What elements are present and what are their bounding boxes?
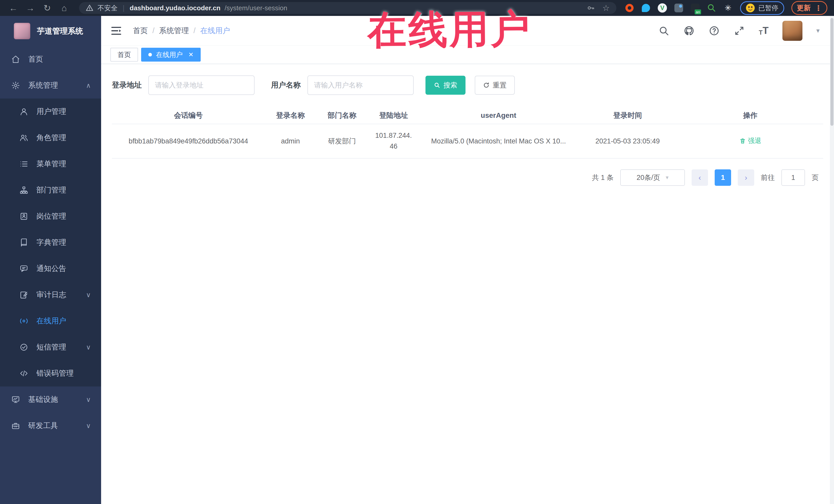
- url-path[interactable]: /system/user-session: [224, 4, 287, 12]
- ext-green-magnifier-icon[interactable]: [707, 3, 717, 13]
- home-icon[interactable]: ⌂: [58, 4, 71, 12]
- ext-blue-pin-icon[interactable]: [641, 3, 651, 13]
- users-icon: [19, 133, 29, 143]
- reset-button-label: 重置: [493, 81, 507, 90]
- col-session-id: 会话编号: [112, 111, 265, 120]
- current-page-button[interactable]: 1: [715, 169, 731, 186]
- username-label: 用户名称: [271, 80, 301, 90]
- book-icon: [19, 238, 29, 247]
- user-avatar[interactable]: [783, 21, 803, 41]
- reset-button[interactable]: 重置: [475, 76, 515, 95]
- ext-green-v-icon[interactable]: V: [657, 3, 667, 13]
- font-size-icon[interactable]: TT: [759, 25, 769, 36]
- pagination: 共 1 条 20条/页 ▾ ‹ 1 › 前往 页: [112, 169, 823, 186]
- filter-form: 登录地址 用户名称 搜索 重置: [112, 75, 823, 95]
- security-label[interactable]: 不安全: [97, 4, 117, 13]
- ext-orange-ring-icon[interactable]: [624, 3, 634, 13]
- goto-label: 前往: [761, 173, 775, 182]
- active-tab-dot: [148, 53, 152, 57]
- tab-home[interactable]: 首页: [110, 48, 138, 62]
- logo-avatar: [14, 23, 30, 39]
- sidebar-item-post-mgmt[interactable]: 岗位管理: [0, 203, 101, 229]
- sidebar-item-label: 首页: [28, 54, 43, 64]
- url-host[interactable]: dashboard.yudao.iocoder.cn: [130, 4, 220, 12]
- sidebar-item-user-mgmt[interactable]: 用户管理: [0, 98, 101, 125]
- clipboard-pen-icon: [19, 290, 29, 300]
- bookmark-star-icon[interactable]: ☆: [602, 3, 610, 13]
- sidebar-item-sms-mgmt[interactable]: 短信管理 ∨: [0, 334, 101, 360]
- sidebar-item-home[interactable]: 首页: [0, 46, 101, 72]
- chevron-down-icon: ▾: [666, 174, 668, 181]
- shield-check-icon: [19, 342, 29, 352]
- breadcrumb-separator: /: [152, 26, 154, 35]
- page-size-select[interactable]: 20条/页 ▾: [620, 169, 685, 186]
- org-tree-icon: [19, 185, 29, 195]
- sidebar-item-dept-mgmt[interactable]: 部门管理: [0, 177, 101, 203]
- github-icon[interactable]: [683, 25, 695, 37]
- search-icon[interactable]: [658, 25, 670, 37]
- table-header-row: 会话编号 登录名称 部门名称 登陆地址 userAgent 登录时间 操作: [112, 107, 823, 124]
- cell-dept-name: 研发部门: [316, 133, 368, 149]
- username-input[interactable]: [307, 75, 414, 95]
- sidebar-item-notice[interactable]: 通知公告: [0, 256, 101, 282]
- ext-an-badge-icon[interactable]: [690, 3, 700, 13]
- sidebar-item-audit-log[interactable]: 审计日志 ∨: [0, 282, 101, 308]
- next-page-button[interactable]: ›: [738, 169, 754, 186]
- sidebar-item-role-mgmt[interactable]: 角色管理: [0, 125, 101, 151]
- emoji-face-icon: [746, 4, 755, 12]
- chevron-down-icon: ∨: [86, 396, 91, 404]
- address-bar[interactable]: 不安全 | dashboard.yudao.iocoder.cn /system…: [79, 2, 616, 14]
- scrollbar-track[interactable]: [830, 16, 834, 504]
- force-logout-button[interactable]: 强退: [739, 136, 761, 145]
- login-address-input[interactable]: [148, 75, 255, 95]
- sidebar-item-error-code[interactable]: 错误码管理: [0, 360, 101, 387]
- sidebar-item-dict-mgmt[interactable]: 字典管理: [0, 229, 101, 256]
- sidebar-item-system-mgmt[interactable]: 系统管理 ∧: [0, 72, 101, 98]
- extensions-puzzle-icon[interactable]: ✳: [723, 3, 733, 13]
- main-content: 登录地址 用户名称 搜索 重置 会话编号 登录名称 部门名称 登陆地址 user…: [101, 64, 834, 504]
- forward-icon[interactable]: →: [24, 4, 37, 12]
- hamburger-icon[interactable]: [110, 25, 122, 37]
- paused-extension-button[interactable]: 已暂停: [740, 1, 784, 15]
- search-button[interactable]: 搜索: [425, 76, 465, 95]
- sidebar-item-label: 研发工具: [28, 421, 58, 431]
- breadcrumb-current[interactable]: 在线用户: [200, 26, 230, 36]
- reload-icon[interactable]: ↻: [41, 4, 54, 12]
- sidebar-item-label: 在线用户: [37, 316, 66, 326]
- trash-icon: [739, 137, 746, 144]
- scrollbar-thumb[interactable]: [830, 18, 833, 126]
- prev-page-button[interactable]: ‹: [692, 169, 708, 186]
- sidebar-item-dev-tools[interactable]: 研发工具 ∨: [0, 413, 101, 439]
- list-icon: [19, 159, 29, 169]
- sidebar-item-infrastructure[interactable]: 基础设施 ∨: [0, 387, 101, 413]
- key-icon[interactable]: [587, 4, 595, 12]
- tab-online-users[interactable]: 在线用户 ✕: [141, 48, 201, 62]
- breadcrumb: 首页 / 系统管理 / 在线用户: [133, 26, 230, 36]
- col-login-ip: 登陆地址: [368, 111, 419, 120]
- sidebar-item-label: 短信管理: [37, 342, 66, 352]
- update-label: 更新: [797, 3, 811, 13]
- chevron-down-icon: ∨: [86, 422, 91, 430]
- breadcrumb-system[interactable]: 系统管理: [159, 26, 189, 36]
- back-icon[interactable]: ←: [7, 4, 20, 12]
- fullscreen-icon[interactable]: [734, 25, 745, 37]
- force-logout-label: 强退: [748, 136, 761, 145]
- tab-label: 在线用户: [156, 50, 183, 59]
- sidebar-item-menu-mgmt[interactable]: 菜单管理: [0, 151, 101, 177]
- help-icon[interactable]: [708, 25, 720, 37]
- extensions-row: V ✳: [624, 3, 733, 13]
- sidebar-logo: 芋道管理系统: [0, 16, 101, 46]
- ext-gray-blue-icon[interactable]: [674, 3, 684, 13]
- col-login-name: 登录名称: [265, 111, 316, 120]
- close-icon[interactable]: ✕: [188, 51, 194, 58]
- warning-icon: [86, 4, 93, 12]
- page-suffix: 页: [812, 173, 819, 182]
- kebab-menu-icon[interactable]: ⋮: [815, 4, 822, 12]
- goto-page-input[interactable]: [782, 169, 805, 186]
- avatar-caret-icon[interactable]: ▾: [816, 27, 820, 35]
- sidebar-item-online-users[interactable]: 在线用户: [0, 308, 101, 334]
- breadcrumb-home[interactable]: 首页: [133, 26, 148, 36]
- toolbox-icon: [11, 421, 21, 431]
- browser-update-button[interactable]: 更新 ⋮: [791, 1, 827, 15]
- browser-toolbar: ← → ↻ ⌂ 不安全 | dashboard.yudao.iocoder.cn…: [0, 0, 834, 16]
